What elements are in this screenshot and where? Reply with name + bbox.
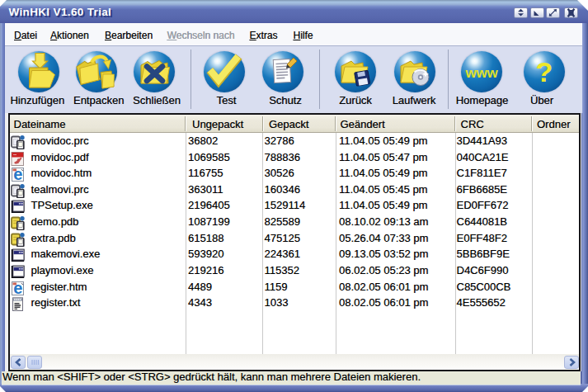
svg-text:e: e [13,168,22,182]
svg-text:e: e [13,281,22,295]
svg-text:www: www [465,65,499,81]
svg-text:?: ? [536,56,553,87]
